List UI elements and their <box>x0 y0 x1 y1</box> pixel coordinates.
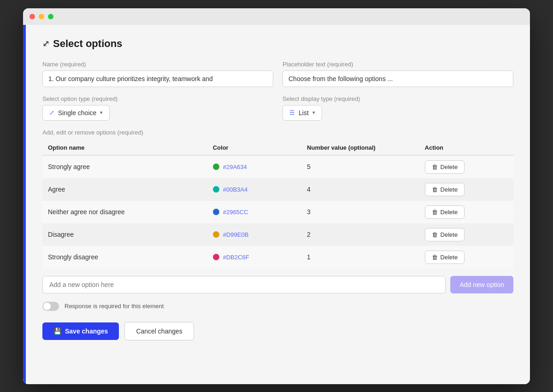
color-dot-icon <box>213 209 219 215</box>
color-cell: #DB2C6F <box>207 246 301 269</box>
close-button[interactable] <box>29 14 35 19</box>
color-label: #D99E0B <box>223 231 249 238</box>
display-type-chevron-icon: ▾ <box>312 110 315 116</box>
delete-button[interactable]: 🗑 Delete <box>425 205 465 219</box>
table-row: Strongly disagree#DB2C6F1🗑 Delete <box>42 246 513 269</box>
select-options-icon: ⤢ <box>42 39 49 49</box>
placeholder-input[interactable] <box>282 70 513 87</box>
color-dot-icon <box>213 164 219 170</box>
color-cell: #2965CC <box>207 201 301 223</box>
minimize-button[interactable] <box>39 14 44 19</box>
options-section-label: Add, edit or remove options (required) <box>42 129 513 136</box>
save-changes-button[interactable]: 💾 Save changes <box>42 322 119 340</box>
add-new-option-button[interactable]: Add new option <box>450 276 513 293</box>
required-toggle-label: Response is required for this element <box>65 303 164 310</box>
col-header-option-name: Option name <box>42 140 207 155</box>
color-cell: #29A634 <box>207 155 301 178</box>
maximize-button[interactable] <box>48 14 53 19</box>
color-label: #DB2C6F <box>223 254 249 261</box>
page-title: Select options <box>53 38 122 50</box>
col-header-color: Color <box>207 140 301 155</box>
option-name-cell: Agree <box>42 178 207 201</box>
placeholder-group: Placeholder text (required) <box>282 61 513 87</box>
option-name-cell: Strongly agree <box>42 155 207 178</box>
option-name-cell: Neither agree nor disagree <box>42 201 207 223</box>
add-option-row: Add new option <box>42 276 513 293</box>
col-header-number: Number value (optional) <box>301 140 419 155</box>
trash-icon: 🗑 <box>432 164 438 170</box>
required-toggle-row: Response is required for this element <box>42 302 513 311</box>
option-type-label: Select option type (required) <box>42 95 273 102</box>
titlebar <box>23 8 530 25</box>
name-placeholder-row: Name (required) Placeholder text (requir… <box>42 61 513 87</box>
action-cell: 🗑 Delete <box>419 155 513 178</box>
option-type-chevron-icon: ▾ <box>100 110 103 116</box>
action-row: 💾 Save changes Cancel changes <box>42 322 513 340</box>
table-row: Neither agree nor disagree#2965CC3🗑 Dele… <box>42 201 513 223</box>
display-type-group: Select display type (required) ☰ List ▾ <box>282 95 513 121</box>
table-row: Strongly agree#29A6345🗑 Delete <box>42 155 513 178</box>
action-cell: 🗑 Delete <box>419 201 513 223</box>
color-cell: #00B3A4 <box>207 178 301 201</box>
save-icon: 💾 <box>53 328 61 335</box>
number-value-cell: 3 <box>301 201 419 223</box>
trash-icon: 🗑 <box>432 186 438 193</box>
color-dot-icon <box>213 254 219 260</box>
option-name-cell: Strongly disagree <box>42 246 207 269</box>
trash-icon: 🗑 <box>432 254 438 261</box>
option-name-cell: Disagree <box>42 223 207 246</box>
display-type-label: Select display type (required) <box>282 95 513 102</box>
add-option-input[interactable] <box>42 276 446 293</box>
display-type-select[interactable]: ☰ List ▾ <box>282 105 322 121</box>
number-value-cell: 1 <box>301 246 419 269</box>
number-value-cell: 5 <box>301 155 419 178</box>
color-label: #29A634 <box>223 164 247 170</box>
name-label: Name (required) <box>42 61 273 68</box>
number-value-cell: 2 <box>301 223 419 246</box>
options-table: Option name Color Number value (optional… <box>42 140 513 269</box>
action-cell: 🗑 Delete <box>419 178 513 201</box>
color-label: #00B3A4 <box>223 186 248 193</box>
delete-button[interactable]: 🗑 Delete <box>425 228 465 241</box>
color-label: #2965CC <box>223 209 248 216</box>
action-cell: 🗑 Delete <box>419 246 513 269</box>
trash-icon: 🗑 <box>432 231 438 238</box>
display-type-value: List <box>299 109 309 117</box>
delete-button[interactable]: 🗑 Delete <box>425 183 465 196</box>
cancel-changes-button[interactable]: Cancel changes <box>124 322 194 340</box>
action-cell: 🗑 Delete <box>419 223 513 246</box>
content-area: ⤢ Select options Name (required) Placeho… <box>23 25 530 384</box>
window: ⤢ Select options Name (required) Placeho… <box>23 8 530 384</box>
table-row: Agree#00B3A44🗑 Delete <box>42 178 513 201</box>
option-type-group: Select option type (required) ⤢ Single c… <box>42 95 273 121</box>
main-content: ⤢ Select options Name (required) Placeho… <box>26 25 530 384</box>
placeholder-label: Placeholder text (required) <box>282 61 513 68</box>
color-dot-icon <box>213 231 219 238</box>
page-title-row: ⤢ Select options <box>42 38 513 50</box>
option-type-value: Single choice <box>58 109 96 117</box>
color-cell: #D99E0B <box>207 223 301 246</box>
required-toggle[interactable] <box>42 302 59 311</box>
list-icon: ☰ <box>289 109 295 116</box>
number-value-cell: 4 <box>301 178 419 201</box>
color-dot-icon <box>213 186 219 193</box>
option-type-select[interactable]: ⤢ Single choice ▾ <box>42 105 110 121</box>
name-group: Name (required) <box>42 61 273 87</box>
trash-icon: 🗑 <box>432 209 438 216</box>
name-input[interactable] <box>42 70 273 87</box>
table-row: Disagree#D99E0B2🗑 Delete <box>42 223 513 246</box>
delete-button[interactable]: 🗑 Delete <box>425 160 465 174</box>
type-row: Select option type (required) ⤢ Single c… <box>42 95 513 121</box>
option-type-icon: ⤢ <box>49 109 54 116</box>
delete-button[interactable]: 🗑 Delete <box>425 251 465 264</box>
col-header-action: Action <box>419 140 513 155</box>
